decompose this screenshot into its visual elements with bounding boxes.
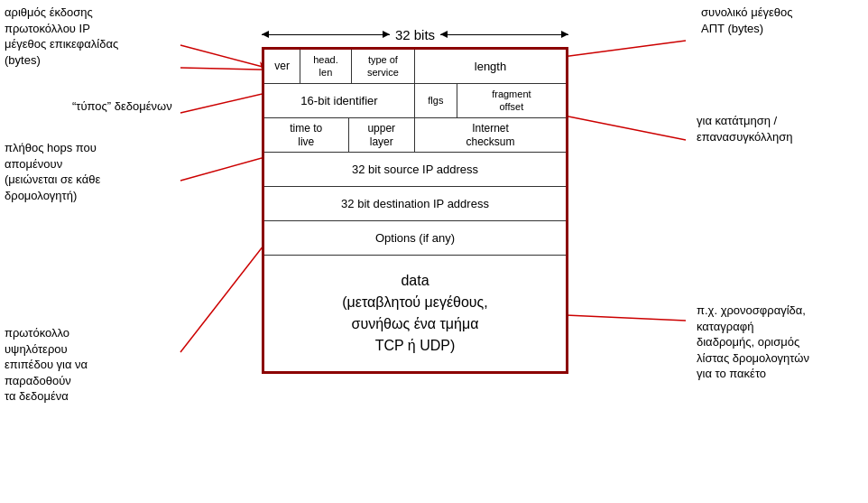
packet-row-6: Options (if any): [264, 221, 566, 256]
packet-row-7: data (μεταβλητού μεγέθους, συνήθως ένα τ…: [264, 256, 566, 371]
cell-ver: ver: [264, 50, 300, 83]
packet-row-3: time tolive upperlayer Internetchecksum: [264, 118, 566, 153]
cell-headlen: head.len: [300, 50, 352, 83]
bits-text: 32 bits: [395, 27, 435, 42]
cell-checksum: Internetchecksum: [415, 118, 566, 152]
packet-row-5: 32 bit destination IP address: [264, 187, 566, 221]
annotation-fragmentation: για κατάτμηση / επανασυγκόλληση: [697, 113, 863, 144]
cell-upper-layer: upperlayer: [349, 118, 415, 152]
ip-header-diagram: 32 bits ver head.len type ofservice leng…: [235, 27, 614, 442]
annotation-total-length: συνολικό μέγεθος ΑΠΤ (bytes): [701, 5, 863, 36]
bits-arrow-right: [440, 34, 568, 35]
annotation-hops: πλήθος hops που απομένουν (μειώνεται σε …: [5, 140, 180, 203]
cell-dest-ip: 32 bit destination IP address: [264, 187, 566, 220]
packet-row-2: 16-bit identifier flgs fragmentoffset: [264, 84, 566, 118]
annotation-type: “τύπος” δεδομένων: [72, 99, 172, 115]
packet-table: ver head.len type ofservice length 16-bi…: [262, 47, 568, 374]
cell-identifier: 16-bit identifier: [264, 84, 415, 117]
packet-row-4: 32 bit source IP address: [264, 153, 566, 187]
packet-row-1: ver head.len type ofservice length: [264, 50, 566, 84]
bits-label: 32 bits: [262, 27, 568, 42]
cell-fragment-offset: fragmentoffset: [457, 84, 566, 117]
annotation-options: π.χ. χρονοσφραγίδα, καταγραφή διαδρομής,…: [697, 303, 863, 382]
cell-ttl: time tolive: [264, 118, 349, 152]
annotation-protocol: πρωτόκολλο υψηλότερου επιπέδου για να πα…: [5, 325, 180, 405]
cell-flags: flgs: [415, 84, 457, 117]
bits-arrow-left: [262, 34, 390, 35]
cell-options: Options (if any): [264, 221, 566, 255]
cell-tos: type ofservice: [352, 50, 415, 83]
cell-data: data (μεταβλητού μεγέθους, συνήθως ένα τ…: [264, 256, 566, 371]
annotation-version: αριθμός έκδοσης πρωτοκόλλου IP μέγεθος ε…: [5, 5, 185, 68]
cell-source-ip: 32 bit source IP address: [264, 153, 566, 186]
cell-length: length: [415, 50, 566, 83]
